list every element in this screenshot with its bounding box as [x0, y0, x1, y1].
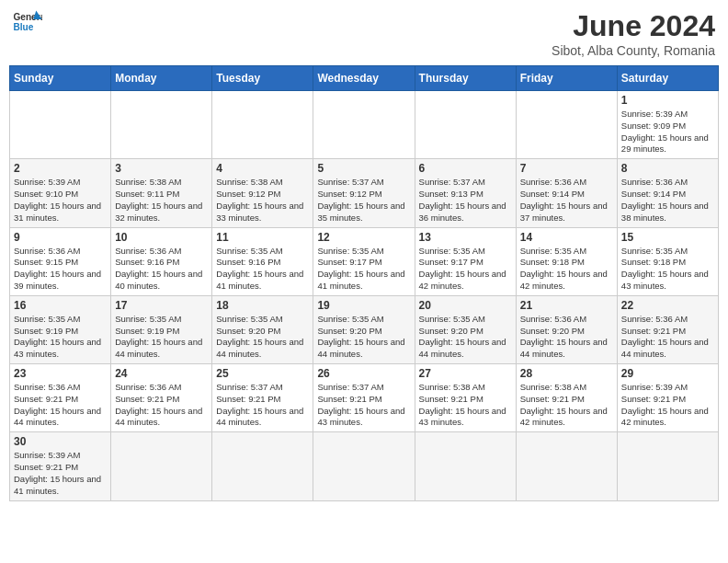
calendar-cell: 28Sunrise: 5:38 AM Sunset: 9:21 PM Dayli…: [516, 364, 617, 432]
calendar-week-row: 30Sunrise: 5:39 AM Sunset: 9:21 PM Dayli…: [10, 432, 719, 500]
day-info: Sunrise: 5:35 AM Sunset: 9:18 PM Dayligh…: [621, 246, 714, 293]
day-info: Sunrise: 5:36 AM Sunset: 9:16 PM Dayligh…: [115, 246, 208, 293]
calendar-cell: 8Sunrise: 5:36 AM Sunset: 9:14 PM Daylig…: [617, 159, 718, 227]
day-number: 30: [14, 435, 107, 448]
calendar-cell: [111, 91, 212, 159]
month-title: June 2024: [552, 9, 715, 43]
calendar-cell: [516, 91, 617, 159]
calendar-cell: 11Sunrise: 5:35 AM Sunset: 9:16 PM Dayli…: [212, 227, 313, 295]
calendar-cell: 1Sunrise: 5:39 AM Sunset: 9:09 PM Daylig…: [617, 91, 718, 159]
calendar-cell: 2Sunrise: 5:39 AM Sunset: 9:10 PM Daylig…: [10, 159, 111, 227]
calendar-cell: 3Sunrise: 5:38 AM Sunset: 9:11 PM Daylig…: [111, 159, 212, 227]
day-info: Sunrise: 5:35 AM Sunset: 9:17 PM Dayligh…: [317, 246, 410, 293]
weekday-header-row: SundayMondayTuesdayWednesdayThursdayFrid…: [10, 66, 719, 91]
calendar-cell: 14Sunrise: 5:35 AM Sunset: 9:18 PM Dayli…: [516, 227, 617, 295]
day-info: Sunrise: 5:35 AM Sunset: 9:20 PM Dayligh…: [216, 314, 309, 361]
calendar-cell: [212, 432, 313, 500]
calendar-cell: 18Sunrise: 5:35 AM Sunset: 9:20 PM Dayli…: [212, 295, 313, 363]
day-number: 15: [621, 231, 714, 244]
day-number: 22: [621, 299, 714, 312]
day-info: Sunrise: 5:36 AM Sunset: 9:21 PM Dayligh…: [621, 314, 714, 361]
weekday-header-wednesday: Wednesday: [313, 66, 415, 91]
day-number: 9: [14, 231, 107, 244]
calendar-cell: 25Sunrise: 5:37 AM Sunset: 9:21 PM Dayli…: [212, 364, 313, 432]
calendar-week-row: 2Sunrise: 5:39 AM Sunset: 9:10 PM Daylig…: [10, 159, 719, 227]
calendar-cell: 23Sunrise: 5:36 AM Sunset: 9:21 PM Dayli…: [10, 364, 111, 432]
calendar-cell: 12Sunrise: 5:35 AM Sunset: 9:17 PM Dayli…: [313, 227, 415, 295]
day-number: 10: [115, 231, 208, 244]
calendar-cell: 20Sunrise: 5:35 AM Sunset: 9:20 PM Dayli…: [415, 295, 516, 363]
svg-text:Blue: Blue: [13, 22, 33, 32]
day-info: Sunrise: 5:35 AM Sunset: 9:20 PM Dayligh…: [419, 314, 512, 361]
day-number: 27: [419, 367, 512, 380]
calendar-cell: 21Sunrise: 5:36 AM Sunset: 9:20 PM Dayli…: [516, 295, 617, 363]
title-area: June 2024 Sibot, Alba County, Romania: [552, 9, 715, 58]
day-number: 12: [317, 231, 410, 244]
day-number: 14: [520, 231, 613, 244]
day-number: 2: [14, 162, 107, 175]
calendar-cell: [617, 432, 718, 500]
day-info: Sunrise: 5:36 AM Sunset: 9:20 PM Dayligh…: [520, 314, 613, 361]
day-number: 19: [317, 299, 410, 312]
day-info: Sunrise: 5:35 AM Sunset: 9:20 PM Dayligh…: [317, 314, 410, 361]
calendar-cell: 26Sunrise: 5:37 AM Sunset: 9:21 PM Dayli…: [313, 364, 415, 432]
day-number: 29: [621, 367, 714, 380]
calendar-cell: 30Sunrise: 5:39 AM Sunset: 9:21 PM Dayli…: [10, 432, 111, 500]
weekday-header-tuesday: Tuesday: [212, 66, 313, 91]
calendar-cell: [313, 432, 415, 500]
calendar-week-row: 9Sunrise: 5:36 AM Sunset: 9:15 PM Daylig…: [10, 227, 719, 295]
day-info: Sunrise: 5:35 AM Sunset: 9:17 PM Dayligh…: [419, 246, 512, 293]
weekday-header-saturday: Saturday: [617, 66, 718, 91]
calendar-cell: 24Sunrise: 5:36 AM Sunset: 9:21 PM Dayli…: [111, 364, 212, 432]
day-info: Sunrise: 5:36 AM Sunset: 9:15 PM Dayligh…: [14, 246, 107, 293]
day-info: Sunrise: 5:36 AM Sunset: 9:21 PM Dayligh…: [115, 382, 208, 429]
calendar-week-row: 1Sunrise: 5:39 AM Sunset: 9:09 PM Daylig…: [10, 91, 719, 159]
day-number: 7: [520, 162, 613, 175]
day-number: 28: [520, 367, 613, 380]
calendar-week-row: 16Sunrise: 5:35 AM Sunset: 9:19 PM Dayli…: [10, 295, 719, 363]
logo: General Blue: [13, 9, 42, 35]
calendar-cell: [212, 91, 313, 159]
day-info: Sunrise: 5:39 AM Sunset: 9:10 PM Dayligh…: [14, 177, 107, 224]
calendar-cell: [111, 432, 212, 500]
calendar-cell: [415, 91, 516, 159]
day-number: 23: [14, 367, 107, 380]
weekday-header-sunday: Sunday: [10, 66, 111, 91]
calendar-cell: [516, 432, 617, 500]
location-title: Sibot, Alba County, Romania: [552, 43, 715, 58]
calendar-cell: 4Sunrise: 5:38 AM Sunset: 9:12 PM Daylig…: [212, 159, 313, 227]
day-number: 3: [115, 162, 208, 175]
day-info: Sunrise: 5:37 AM Sunset: 9:21 PM Dayligh…: [216, 382, 309, 429]
day-number: 11: [216, 231, 309, 244]
day-info: Sunrise: 5:36 AM Sunset: 9:14 PM Dayligh…: [520, 177, 613, 224]
calendar-cell: 10Sunrise: 5:36 AM Sunset: 9:16 PM Dayli…: [111, 227, 212, 295]
day-info: Sunrise: 5:35 AM Sunset: 9:19 PM Dayligh…: [115, 314, 208, 361]
day-number: 6: [419, 162, 512, 175]
logo-icon: General Blue: [13, 9, 42, 35]
day-info: Sunrise: 5:35 AM Sunset: 9:19 PM Dayligh…: [14, 314, 107, 361]
day-number: 17: [115, 299, 208, 312]
day-info: Sunrise: 5:38 AM Sunset: 9:11 PM Dayligh…: [115, 177, 208, 224]
weekday-header-monday: Monday: [111, 66, 212, 91]
day-number: 1: [621, 94, 714, 107]
day-number: 13: [419, 231, 512, 244]
calendar-cell: [415, 432, 516, 500]
day-info: Sunrise: 5:37 AM Sunset: 9:21 PM Dayligh…: [317, 382, 410, 429]
weekday-header-friday: Friday: [516, 66, 617, 91]
day-number: 26: [317, 367, 410, 380]
day-info: Sunrise: 5:39 AM Sunset: 9:21 PM Dayligh…: [14, 450, 107, 497]
calendar-cell: 22Sunrise: 5:36 AM Sunset: 9:21 PM Dayli…: [617, 295, 718, 363]
calendar-cell: 27Sunrise: 5:38 AM Sunset: 9:21 PM Dayli…: [415, 364, 516, 432]
calendar-cell: 15Sunrise: 5:35 AM Sunset: 9:18 PM Dayli…: [617, 227, 718, 295]
calendar-cell: 5Sunrise: 5:37 AM Sunset: 9:12 PM Daylig…: [313, 159, 415, 227]
day-info: Sunrise: 5:35 AM Sunset: 9:18 PM Dayligh…: [520, 246, 613, 293]
day-info: Sunrise: 5:39 AM Sunset: 9:21 PM Dayligh…: [621, 382, 714, 429]
calendar-cell: 19Sunrise: 5:35 AM Sunset: 9:20 PM Dayli…: [313, 295, 415, 363]
calendar-cell: 6Sunrise: 5:37 AM Sunset: 9:13 PM Daylig…: [415, 159, 516, 227]
day-number: 4: [216, 162, 309, 175]
calendar-cell: 7Sunrise: 5:36 AM Sunset: 9:14 PM Daylig…: [516, 159, 617, 227]
calendar-table: SundayMondayTuesdayWednesdayThursdayFrid…: [9, 65, 719, 501]
day-info: Sunrise: 5:35 AM Sunset: 9:16 PM Dayligh…: [216, 246, 309, 293]
day-number: 16: [14, 299, 107, 312]
page-header: General Blue June 2024 Sibot, Alba Count…: [9, 9, 719, 58]
